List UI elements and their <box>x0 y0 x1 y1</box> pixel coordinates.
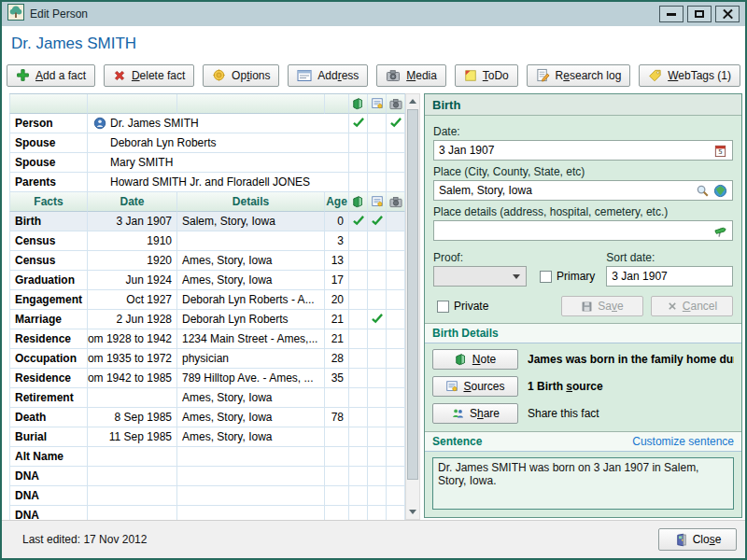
delete-fact-button[interactable]: Delete fact <box>104 64 194 87</box>
note-button-label: Note <box>472 353 496 366</box>
proof-row: Proof: Primary Sort date: 3 Jan 1907 <box>433 246 733 287</box>
primary-label: Primary <box>557 270 595 283</box>
add-fact-label: Add a fact <box>35 69 86 82</box>
gray-x-icon <box>667 301 678 312</box>
fact-row[interactable]: Residence from 1942 to 1985 789 Hilltop … <box>9 369 405 388</box>
fact-row[interactable]: Census 1920 Ames, Story, Iowa 13 <box>9 251 405 271</box>
fact-age: 21 <box>325 310 349 329</box>
fact-date <box>88 447 177 467</box>
fact-details: Ames, Story, Iowa <box>177 388 325 408</box>
fact-row[interactable]: DNA <box>9 486 405 506</box>
fact-row[interactable]: Census 1910 3 <box>9 231 405 251</box>
private-checkbox[interactable] <box>437 301 449 313</box>
fact-row[interactable]: DNA <box>9 506 405 520</box>
fact-row[interactable]: Occupation from 1935 to 1972 physician 2… <box>9 349 405 369</box>
fact-date: Jun 1924 <box>88 271 177 290</box>
date-label: Date: <box>433 125 733 138</box>
sources-button[interactable]: Sources <box>432 376 518 397</box>
note-button[interactable]: Note <box>432 349 518 370</box>
sentence-section-header: Sentence Customize sentence <box>425 431 741 452</box>
fact-age <box>325 427 349 447</box>
scroll-up-arrow-icon[interactable] <box>406 94 419 108</box>
fact-row[interactable]: DNA <box>9 467 405 486</box>
fact-row[interactable]: Residence from 1928 to 1942 1234 Main St… <box>9 329 405 349</box>
close-window-button[interactable] <box>715 6 740 22</box>
proof-select[interactable] <box>433 266 527 287</box>
facts-table: Facts Date Details Age <box>9 192 405 520</box>
fact-date <box>88 467 177 486</box>
fact-date: from 1942 to 1985 <box>88 369 177 388</box>
globe-icon[interactable] <box>713 184 727 198</box>
fact-row[interactable]: Retirement Ames, Story, Iowa <box>9 388 405 408</box>
add-fact-button[interactable]: Add a fact <box>7 64 95 87</box>
fact-row[interactable]: Alt Name <box>9 447 405 467</box>
date-value: 3 Jan 1907 <box>439 144 710 157</box>
fact-details: Ames, Story, Iowa <box>177 408 325 427</box>
place-details-input[interactable] <box>433 220 733 241</box>
facts-rows: Birth 3 Jan 1907 Salem, Story, Iowa 0 Ce… <box>9 212 405 520</box>
facts-header-age: Age <box>325 192 349 212</box>
fact-details <box>177 447 325 467</box>
source-check-icon <box>371 215 384 229</box>
share-button[interactable]: Share <box>432 403 518 424</box>
sources-button-label: Sources <box>463 380 504 393</box>
fact-date: Oct 1927 <box>88 290 177 310</box>
fact-name: DNA <box>9 506 88 520</box>
research-log-button[interactable]: Research log <box>527 64 631 87</box>
relation-row[interactable]: Parents Howard SMITH Jr. and Floradell J… <box>9 173 405 192</box>
media-label: Media <box>406 69 437 82</box>
note-check-icon <box>352 117 365 131</box>
bulb-icon <box>212 68 226 82</box>
todo-button[interactable]: ToDo <box>455 64 518 87</box>
titlebar: Edit Person <box>2 2 745 26</box>
fact-date: 11 Sep 1985 <box>88 427 177 447</box>
fact-name: Retirement <box>9 388 88 408</box>
fact-row[interactable]: Graduation Jun 1924 Ames, Story, Iowa 17 <box>9 271 405 290</box>
maximize-icon <box>695 10 704 18</box>
minimize-button[interactable] <box>659 6 684 22</box>
date-input[interactable]: 3 Jan 1907 5 <box>433 140 733 161</box>
options-button[interactable]: Options <box>203 64 279 87</box>
svg-text:5: 5 <box>718 147 722 156</box>
customize-sentence-link[interactable]: Customize sentence <box>632 435 734 448</box>
place-label: Place (City, County, State, etc) <box>433 165 733 178</box>
options-label: Options <box>232 69 270 82</box>
scroll-down-arrow-icon[interactable] <box>406 505 419 519</box>
relation-name-cell: Howard SMITH Jr. and Floradell JONES <box>88 173 349 192</box>
scrollbar-thumb[interactable] <box>407 109 418 480</box>
fact-name: Residence <box>9 369 88 388</box>
calendar-icon[interactable]: 5 <box>713 144 727 158</box>
relation-row[interactable]: Spouse Mary SMITH <box>9 153 405 173</box>
fact-age <box>325 486 349 506</box>
fact-details: Ames, Story, Iowa <box>177 271 325 290</box>
relation-name-cell: Dr. James SMITH <box>88 114 349 133</box>
signpost-icon[interactable] <box>713 224 727 238</box>
fact-date: 8 Sep 1985 <box>88 408 177 427</box>
maximize-button[interactable] <box>687 6 712 22</box>
magnifier-icon[interactable] <box>696 184 710 198</box>
tag-icon <box>648 68 662 82</box>
fact-row[interactable]: Engagement Oct 1927 Deborah Lyn Roberts … <box>9 290 405 310</box>
fact-row[interactable]: Burial 11 Sep 1985 Ames, Story, Iowa <box>9 427 405 447</box>
sort-date-input[interactable]: 3 Jan 1907 <box>606 266 733 287</box>
cancel-button[interactable]: Cancel <box>651 296 733 316</box>
fact-row[interactable]: Death 8 Sep 1985 Ames, Story, Iowa 78 <box>9 408 405 427</box>
facts-scrollbar[interactable] <box>405 93 420 520</box>
relation-label: Person <box>9 114 88 133</box>
fact-row[interactable]: Marriage 2 Jun 1928 Deborah Lyn Roberts … <box>9 310 405 329</box>
close-button[interactable]: Close <box>658 528 737 551</box>
place-input[interactable]: Salem, Story, Iowa <box>433 180 733 201</box>
relation-row[interactable]: Spouse Deborah Lyn Roberts <box>9 133 405 153</box>
main-area: Person Dr. James SMITH <box>2 93 745 520</box>
webtags-button[interactable]: WebTags (1) <box>639 64 740 87</box>
save-button[interactable]: Save <box>561 296 643 316</box>
address-card-icon <box>297 69 312 82</box>
save-label: Save <box>598 300 623 313</box>
primary-checkbox[interactable] <box>540 271 552 283</box>
fact-row[interactable]: Birth 3 Jan 1907 Salem, Story, Iowa 0 <box>9 212 405 231</box>
address-button[interactable]: Address <box>288 64 368 87</box>
note-summary: James was born in the family home during… <box>528 353 734 366</box>
fact-name: Census <box>9 251 88 271</box>
media-button[interactable]: Media <box>376 64 446 87</box>
relation-row[interactable]: Person Dr. James SMITH <box>9 114 405 133</box>
